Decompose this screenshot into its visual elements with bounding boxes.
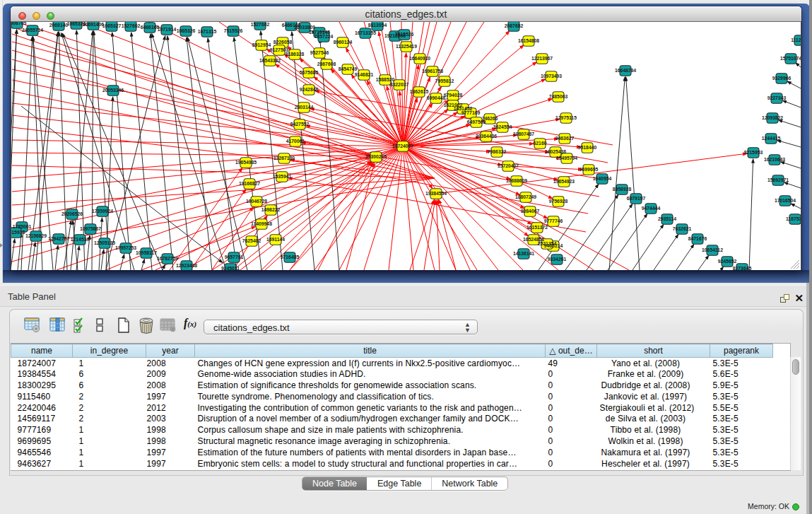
- svg-text:4170061: 4170061: [286, 139, 305, 144]
- svg-text:25300205: 25300205: [365, 154, 387, 159]
- svg-text:8215953: 8215953: [744, 150, 763, 155]
- svg-text:11409948: 11409948: [251, 221, 272, 226]
- svg-text:6990448: 6990448: [427, 95, 446, 100]
- svg-text:8912954: 8912954: [252, 42, 271, 47]
- svg-text:746266: 746266: [482, 116, 498, 121]
- svg-text:9146821: 9146821: [355, 72, 374, 77]
- svg-text:10958117: 10958117: [136, 250, 157, 255]
- svg-text:10973493: 10973493: [541, 74, 562, 78]
- svg-text:8958928: 8958928: [613, 187, 632, 192]
- svg-text:6794028: 6794028: [444, 93, 463, 98]
- svg-text:12213967: 12213967: [531, 56, 553, 61]
- svg-text:9329966: 9329966: [772, 76, 792, 81]
- svg-text:8813054: 8813054: [368, 23, 387, 28]
- svg-text:8960124: 8960124: [334, 40, 353, 45]
- svg-text:1214519: 1214519: [71, 237, 90, 242]
- svg-text:1691144: 1691144: [266, 237, 285, 242]
- svg-text:10975867: 10975867: [80, 226, 101, 231]
- svg-text:2867608: 2867608: [317, 62, 336, 66]
- svg-text:16154808: 16154808: [518, 38, 539, 43]
- svg-text:6879197: 6879197: [627, 196, 646, 201]
- svg-text:20206526: 20206526: [61, 211, 83, 216]
- svg-text:8273645: 8273645: [733, 266, 752, 270]
- svg-text:9463627: 9463627: [555, 136, 575, 141]
- svg-text:7986322: 7986322: [488, 149, 507, 154]
- svg-text:9518440: 9518440: [578, 145, 597, 150]
- svg-text:10688609: 10688609: [506, 178, 527, 183]
- svg-text:1640954: 1640954: [593, 176, 612, 181]
- svg-text:9474444: 9474444: [642, 206, 661, 211]
- svg-text:7357224: 7357224: [314, 34, 334, 39]
- svg-text:1112795: 1112795: [791, 37, 801, 42]
- svg-text:16151372: 16151372: [526, 225, 548, 230]
- svg-text:18724007: 18724007: [392, 144, 413, 148]
- svg-text:15720407: 15720407: [498, 163, 519, 168]
- svg-text:1065326: 1065326: [177, 28, 196, 33]
- svg-text:1671315: 1671315: [198, 29, 217, 34]
- svg-text:8427552: 8427552: [290, 122, 310, 127]
- svg-text:15495794: 15495794: [556, 156, 577, 160]
- svg-text:16782759: 16782759: [157, 256, 178, 261]
- svg-text:3624554: 3624554: [493, 124, 512, 129]
- svg-text:9084067: 9084067: [521, 209, 540, 214]
- svg-text:62160: 62160: [534, 141, 547, 146]
- svg-text:1167534: 1167534: [786, 216, 801, 221]
- svg-text:5675685: 5675685: [300, 70, 319, 75]
- svg-text:1071914: 1071914: [158, 27, 177, 32]
- svg-text:9777169: 9777169: [461, 110, 481, 115]
- svg-text:16543382: 16543382: [259, 58, 281, 63]
- svg-text:9242848: 9242848: [300, 87, 319, 92]
- svg-text:16033809: 16033809: [294, 25, 315, 30]
- svg-text:12923448: 12923448: [176, 263, 197, 268]
- svg-text:19654923: 19654923: [553, 179, 575, 184]
- svg-text:18807249: 18807249: [515, 194, 536, 199]
- svg-text:9245652: 9245652: [718, 259, 737, 264]
- svg-text:20053346: 20053346: [102, 88, 124, 93]
- svg-text:14136141: 14136141: [513, 251, 534, 256]
- svg-text:6466160: 6466160: [141, 25, 160, 30]
- svg-text:2087682: 2087682: [505, 23, 524, 28]
- svg-text:7515526: 7515526: [395, 32, 414, 37]
- svg-text:1065327: 1065327: [102, 23, 122, 28]
- svg-text:1608705: 1608705: [11, 22, 26, 25]
- svg-text:20364436: 20364436: [476, 134, 497, 139]
- svg-text:16210643: 16210643: [764, 157, 785, 162]
- svg-text:9777746: 9777746: [544, 218, 563, 223]
- svg-text:15692971: 15692971: [767, 177, 789, 182]
- svg-text:12093822: 12093822: [762, 115, 783, 120]
- svg-text:15751074: 15751074: [780, 56, 801, 61]
- svg-text:10807487: 10807487: [513, 132, 534, 136]
- svg-text:13267130: 13267130: [273, 156, 295, 160]
- svg-text:1498222: 1498222: [261, 207, 281, 212]
- svg-text:1588520: 1588520: [376, 77, 395, 82]
- svg-text:19654985: 19654985: [235, 160, 257, 165]
- svg-text:10046728: 10046728: [246, 199, 267, 204]
- svg-text:12975115: 12975115: [555, 115, 577, 120]
- svg-text:10025438: 10025438: [545, 149, 566, 154]
- svg-text:8226058: 8226058: [273, 40, 293, 45]
- svg-text:24055714: 24055714: [22, 28, 43, 33]
- svg-text:1527602: 1527602: [251, 22, 270, 27]
- svg-text:7625402: 7625402: [242, 238, 261, 243]
- svg-text:9527546: 9527546: [310, 50, 329, 55]
- svg-text:9756928: 9756928: [549, 199, 568, 204]
- svg-text:9227343: 9227343: [767, 95, 787, 100]
- svg-text:8322037: 8322037: [390, 82, 409, 87]
- svg-text:16961758: 16961758: [422, 69, 443, 74]
- svg-text:9245011: 9245011: [221, 266, 240, 270]
- svg-text:17016504: 17016504: [775, 198, 796, 203]
- svg-text:2521354: 2521354: [538, 241, 557, 246]
- svg-text:2803144: 2803144: [295, 105, 314, 110]
- svg-text:17359924: 17359924: [92, 209, 113, 214]
- svg-text:12942757: 12942757: [48, 236, 69, 241]
- svg-text:1535941: 1535941: [273, 174, 292, 179]
- svg-text:17957253: 17957253: [115, 245, 136, 250]
- svg-text:1244415: 1244415: [762, 136, 781, 141]
- svg-text:10654112: 10654112: [702, 247, 723, 252]
- svg-text:9699695: 9699695: [579, 167, 599, 172]
- svg-text:16640910: 16640910: [409, 56, 430, 61]
- svg-text:9334261: 9334261: [548, 257, 567, 262]
- svg-text:9657791: 9657791: [225, 255, 244, 259]
- svg-text:16648784: 16648784: [615, 68, 636, 73]
- svg-text:20691406: 20691406: [83, 22, 104, 27]
